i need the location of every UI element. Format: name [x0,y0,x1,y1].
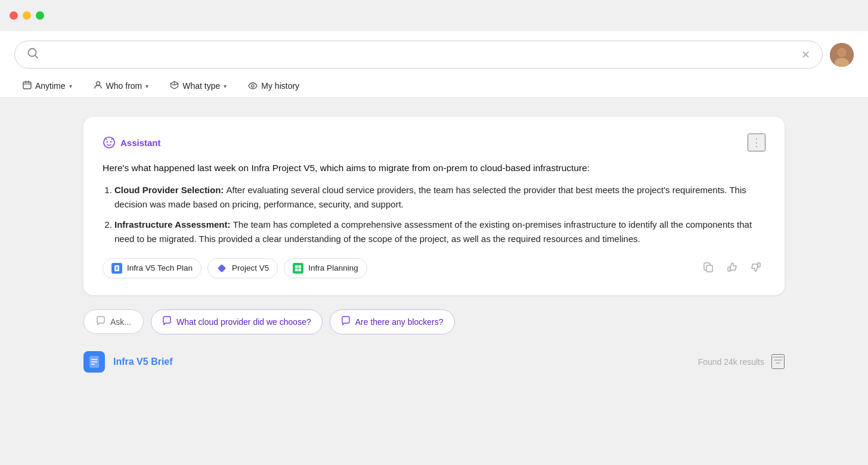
list-item-2-title: Infrastructure Assessment: [114,219,233,230]
assistant-label: Assistant [103,136,161,149]
source-chip-infra-planning[interactable]: Infra Planning [284,258,367,278]
svg-line-14 [175,83,178,85]
thumbs-down-button[interactable] [746,259,765,277]
list-item-1-title: Cloud Provider Selection: [114,185,227,195]
suggestion-row: Ask... What cloud provider did we choose… [83,309,785,334]
assistant-list: Cloud Provider Selection: After evaluati… [103,183,765,246]
suggestion-cloud-provider[interactable]: What cloud provider did we choose? [151,309,323,334]
ask-label: Ask... [110,317,131,327]
fullscreen-button[interactable] [36,11,44,20]
cube-icon [170,80,179,91]
search-area: what's the latest on infra project v5 ✕ [0,31,868,98]
svg-point-5 [838,49,845,56]
svg-rect-23 [218,264,226,272]
anytime-label: Anytime [35,81,66,91]
search-input[interactable]: what's the latest on infra project v5 [46,49,794,60]
svg-rect-25 [299,265,302,268]
svg-line-13 [171,83,175,85]
source-chips: Infra V5 Tech Plan Project V5 [103,258,367,278]
clear-search-button[interactable]: ✕ [801,49,810,60]
who-from-label: Who from [106,81,142,91]
filter-anytime[interactable]: Anytime ▾ [14,76,80,97]
svg-point-15 [252,84,254,86]
filter-who-from[interactable]: Who from ▾ [85,76,157,97]
svg-point-10 [96,82,100,85]
source-chip-project-v5-label: Project V5 [232,264,269,272]
copy-button[interactable] [699,259,718,277]
suggestion-blockers[interactable]: Are there any blockers? [330,309,455,334]
suggestion-bubble-icon-2 [341,316,351,328]
svg-line-1 [35,55,38,58]
assistant-text: Assistant [120,138,161,148]
svg-rect-29 [728,267,730,271]
svg-rect-26 [295,268,298,271]
minimize-button[interactable] [23,11,31,20]
svg-rect-6 [23,82,31,89]
my-history-label: My history [261,81,299,91]
source-chip-infra-v5-label: Infra V5 Tech Plan [127,264,193,272]
ask-button[interactable]: Ask... [83,309,144,334]
assistant-intro: Here's what happened last week on Infra … [103,161,765,176]
source-chip-infra-planning-label: Infra Planning [308,264,358,272]
ask-bubble-icon [96,316,106,327]
more-options-button[interactable]: ⋮ [748,134,765,151]
action-buttons [699,259,765,277]
suggestion-bubble-icon-1 [162,316,172,328]
list-item: Infrastructure Assessment: The team has … [114,218,765,246]
suggestion-cloud-label: What cloud provider did we choose? [176,317,311,327]
source-row: Infra V5 Tech Plan Project V5 [103,258,765,278]
search-icon [27,47,39,62]
source-chip-infra-v5[interactable]: Infra V5 Tech Plan [103,258,202,278]
assistant-card: Assistant ⋮ Here's what happened last we… [83,117,785,295]
bottom-right: Found 24k results [698,354,785,369]
diamond-purple-icon [216,263,227,274]
results-count: Found 24k results [698,357,764,367]
list-item: Cloud Provider Selection: After evaluati… [114,183,765,212]
close-button[interactable] [10,11,18,20]
bottom-result-title[interactable]: Infra V5 Brief [113,356,173,367]
titlebar [0,0,868,31]
assistant-header: Assistant ⋮ [103,134,765,151]
assistant-icon [103,136,116,149]
who-from-chevron: ▾ [145,83,148,89]
bottom-doc-icon [83,351,105,373]
search-bar: what's the latest on infra project v5 ✕ [14,41,823,69]
anytime-chevron: ▾ [69,83,72,89]
suggestion-blockers-label: Are there any blockers? [355,317,444,327]
doc-blue-icon [111,263,122,274]
filter-my-history[interactable]: My history [240,76,308,97]
assistant-body: Here's what happened last week on Infra … [103,161,765,246]
svg-point-17 [107,141,108,142]
avatar[interactable] [830,43,854,67]
filter-what-type[interactable]: What type ▾ [162,76,235,97]
grid-green-icon [293,263,303,274]
source-chip-project-v5[interactable]: Project V5 [207,258,278,278]
results-filter-button[interactable] [771,354,785,369]
svg-rect-27 [299,268,302,271]
what-type-chevron: ▾ [224,83,227,89]
filter-row: Anytime ▾ Who from ▾ Wha [14,76,854,97]
calendar-icon [23,80,32,91]
svg-rect-28 [706,265,712,272]
thumbs-up-button[interactable] [723,259,742,277]
eye-icon [248,81,258,91]
svg-rect-30 [758,263,760,267]
person-icon [94,80,103,91]
main-content: Assistant ⋮ Here's what happened last we… [0,98,868,392]
svg-rect-24 [295,265,298,268]
what-type-label: What type [182,81,220,91]
svg-point-18 [110,141,111,142]
search-row: what's the latest on infra project v5 ✕ [14,41,854,69]
bottom-result: Infra V5 Brief Found 24k results [83,351,785,373]
